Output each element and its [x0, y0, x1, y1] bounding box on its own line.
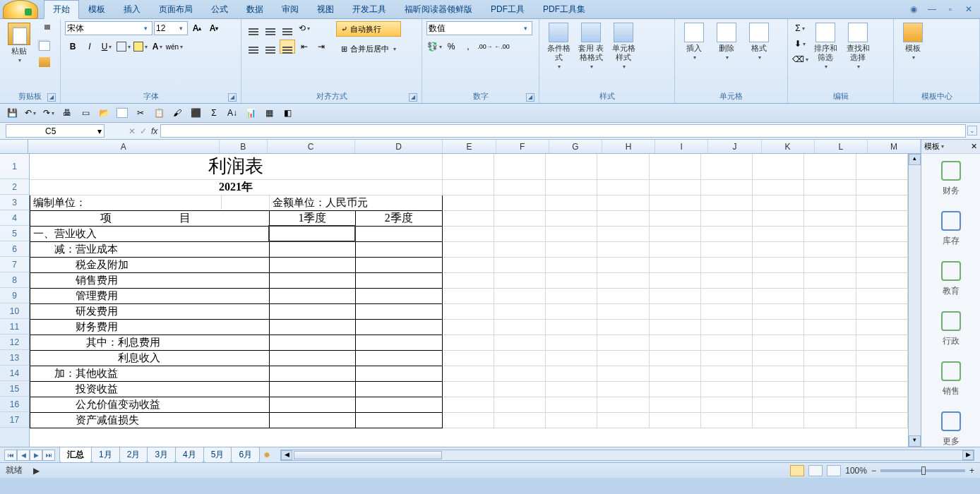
ribbon-tab-5[interactable]: 数据 — [237, 0, 273, 19]
sheet-tab-2月[interactable]: 2月 — [119, 447, 148, 463]
fx-icon[interactable]: fx — [151, 126, 157, 136]
ribbon-tab-1[interactable]: 模板 — [79, 0, 114, 19]
template-panel-close[interactable]: ✕ — [971, 142, 977, 151]
view-page-layout-button[interactable] — [808, 465, 823, 476]
clipboard-launcher[interactable]: ◢ — [47, 93, 56, 102]
copy-button[interactable] — [37, 39, 52, 53]
view-page-break-button[interactable] — [827, 465, 841, 476]
sheet-nav-last[interactable]: ⏭ — [42, 450, 55, 461]
wrap-text-button[interactable]: ⤶ 自动换行 — [336, 21, 401, 37]
qat-fill2[interactable]: ⬛ — [188, 106, 203, 120]
qat-table[interactable]: ▦ — [261, 106, 277, 120]
align-middle-button[interactable] — [263, 21, 278, 35]
minimize-ribbon-icon[interactable]: — — [925, 4, 939, 14]
macro-record-icon[interactable]: ▶ — [28, 464, 44, 478]
col-header-L[interactable]: L — [815, 140, 868, 153]
qat-paste2[interactable]: 📋 — [151, 106, 167, 120]
merge-center-button[interactable]: ⊞ 合并后居中▾ — [336, 41, 401, 56]
table-format-button[interactable]: 套用 表格格式▾ — [576, 21, 606, 71]
align-top-button[interactable] — [246, 21, 261, 35]
bold-button[interactable]: B — [65, 40, 80, 54]
row-header-17[interactable]: 17 — [0, 412, 29, 428]
font-name-combo[interactable]: ▾ — [65, 21, 153, 35]
cell-styles-button[interactable]: 单元格 样式▾ — [609, 21, 638, 71]
paste-button[interactable]: 粘贴 ▾ — [4, 21, 34, 65]
restore-icon[interactable]: ▫ — [943, 4, 957, 14]
phonetic-button[interactable]: wén▾ — [167, 40, 182, 54]
orientation-button[interactable]: ⟲▾ — [297, 21, 312, 35]
qat-new[interactable]: ▭ — [78, 106, 93, 120]
col-header-C[interactable]: C — [268, 140, 355, 153]
new-sheet-button[interactable]: ✸ — [259, 448, 275, 462]
row-header-1[interactable]: 1 — [0, 154, 29, 179]
qat-brush2[interactable]: 🖌 — [169, 106, 185, 120]
sheet-nav-next[interactable]: ▶ — [30, 450, 42, 461]
align-right-button[interactable] — [280, 40, 295, 54]
zoom-label[interactable]: 100% — [845, 466, 867, 476]
select-all-corner[interactable] — [0, 140, 28, 153]
col-header-F[interactable]: F — [496, 140, 549, 153]
row-header-16[interactable]: 16 — [0, 397, 29, 412]
conditional-format-button[interactable]: 条件格式▾ — [544, 21, 573, 71]
shrink-font-button[interactable]: A▾ — [206, 21, 222, 35]
increase-indent-button[interactable]: ⇥ — [313, 40, 329, 54]
row-header-9[interactable]: 9 — [0, 288, 29, 303]
currency-button[interactable]: 💱▾ — [426, 40, 442, 54]
decrease-decimal-button[interactable]: ←.00 — [494, 40, 510, 54]
sheet-nav-prev[interactable]: ◀ — [17, 450, 30, 461]
qat-sum[interactable]: Σ — [206, 106, 222, 120]
col-header-E[interactable]: E — [443, 140, 496, 153]
col-header-M[interactable]: M — [868, 140, 921, 153]
col-header-J[interactable]: J — [708, 140, 761, 153]
align-launcher[interactable]: ◢ — [409, 93, 417, 102]
template-item-财务[interactable]: 财务 — [921, 154, 980, 204]
grow-font-button[interactable]: A▴ — [189, 21, 205, 35]
format-painter-button[interactable] — [37, 55, 52, 69]
col-header-K[interactable]: K — [762, 140, 815, 153]
fill-button[interactable]: ⬇▾ — [792, 37, 808, 51]
zoom-slider[interactable] — [880, 469, 965, 472]
ribbon-tab-6[interactable]: 审阅 — [273, 0, 308, 19]
row-header-4[interactable]: 4 — [0, 210, 29, 226]
template-item-库存[interactable]: 库存 — [921, 204, 980, 254]
zoom-in-button[interactable]: + — [969, 466, 974, 476]
format-cells-button[interactable]: 格式▾ — [744, 21, 774, 62]
ribbon-tab-8[interactable]: 开发工具 — [343, 0, 395, 19]
row-header-10[interactable]: 10 — [0, 303, 29, 319]
cancel-icon[interactable]: ✕ — [129, 126, 136, 136]
font-color-button[interactable]: A▾ — [150, 40, 165, 54]
horizontal-scrollbar[interactable]: ◀▶ — [280, 450, 974, 461]
qat-open[interactable]: 📂 — [96, 106, 112, 120]
view-normal-button[interactable] — [790, 465, 804, 476]
cut-button[interactable] — [37, 23, 52, 37]
number-format-combo[interactable]: ▾ — [426, 21, 532, 35]
ribbon-tab-7[interactable]: 视图 — [308, 0, 343, 19]
underline-button[interactable]: U▾ — [99, 40, 114, 54]
sheet-nav-first[interactable]: ⏮ — [4, 450, 17, 461]
qat-misc[interactable]: ◧ — [280, 106, 295, 120]
autosum-button[interactable]: Σ▾ — [792, 21, 808, 35]
row-header-11[interactable]: 11 — [0, 319, 29, 335]
decrease-indent-button[interactable]: ⇤ — [297, 40, 312, 54]
col-header-I[interactable]: I — [655, 140, 708, 153]
sheet-tab-汇总[interactable]: 汇总 — [59, 447, 92, 463]
align-bottom-button[interactable] — [280, 21, 295, 35]
row-header-7[interactable]: 7 — [0, 257, 29, 272]
ribbon-tab-2[interactable]: 插入 — [114, 0, 150, 19]
name-box[interactable]: ▾ — [6, 124, 104, 138]
col-header-A[interactable]: A — [28, 140, 220, 153]
col-header-G[interactable]: G — [549, 140, 602, 153]
close-icon[interactable]: ✕ — [962, 4, 976, 14]
row-header-3[interactable]: 3 — [0, 195, 29, 210]
comma-button[interactable]: , — [460, 40, 476, 54]
qat-copy2[interactable] — [114, 106, 130, 120]
col-header-H[interactable]: H — [602, 140, 655, 153]
align-center-button[interactable] — [263, 40, 278, 54]
percent-button[interactable]: % — [443, 40, 459, 54]
row-header-14[interactable]: 14 — [0, 366, 29, 381]
number-launcher[interactable]: ◢ — [526, 93, 534, 102]
app-menu-button[interactable] — [3, 0, 38, 19]
qat-sort[interactable]: A↓ — [225, 106, 240, 120]
find-select-button[interactable]: 查找和 选择▾ — [843, 21, 873, 71]
template-item-更多[interactable]: 更多 — [921, 404, 980, 454]
